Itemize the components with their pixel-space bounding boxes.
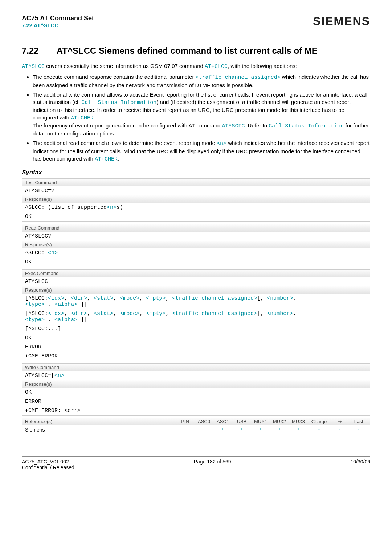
param-link[interactable]: <n> (54, 373, 64, 379)
syntax-heading: Syntax (22, 169, 370, 176)
param-link[interactable]: <stat> (94, 295, 113, 301)
param-link[interactable]: <number> (267, 311, 293, 317)
doc-title: AC75 AT Command Set (22, 15, 94, 22)
sep: , (87, 295, 94, 301)
sep: [, (257, 295, 267, 301)
intro-paragraph: AT^SLCC covers essentially the same info… (22, 62, 370, 70)
exec-command-block: Exec Command AT^SLCC Response(s) [^SLCC:… (22, 269, 370, 361)
param-link[interactable]: <traffic channel assigned> (172, 295, 257, 301)
footer-date: 10/30/06 (351, 459, 371, 470)
test-command-block: Test Command AT^SLCC=? Response(s) ^SLCC… (22, 178, 370, 222)
cmd-link[interactable]: AT^SLCC (22, 64, 45, 70)
param-link[interactable]: <idx> (48, 311, 64, 317)
section-title-text: AT^SLCC Siemens defined command to list … (57, 46, 318, 56)
bullet-item: The additional write command allows to a… (33, 91, 370, 138)
ref-link[interactable]: Call Status Information (81, 100, 156, 106)
bracket: ]]] (77, 317, 87, 323)
test-response-line: ^SLCC: (list of supported<n>s) (22, 203, 370, 212)
sep: [, (257, 311, 267, 317)
header-left: AC75 AT Command Set 7.22 AT^SLCC (22, 15, 94, 28)
reference-columns: PIN ASC0 ASC1 USB MUX1 MUX2 MUX3 Charge … (177, 418, 370, 425)
code: +CME ERROR: <err> (25, 408, 81, 414)
param-link[interactable]: <mpty> (146, 295, 166, 301)
col-pin: PIN (177, 419, 193, 424)
param-link[interactable]: <n> (107, 204, 117, 211)
param-link[interactable]: <alpha> (54, 301, 77, 308)
param-link[interactable]: <type> (25, 317, 45, 323)
code: ^SLCC: (25, 204, 48, 211)
code: ^SLCC: (28, 295, 48, 301)
code: OK (25, 389, 32, 396)
response-band: Response(s) (22, 241, 370, 248)
cmd-link[interactable]: AT+CMER (95, 156, 118, 162)
sep: [, (45, 301, 54, 308)
footer-left: AC75_ATC_V01.002 Confidential / Released (22, 459, 74, 470)
sep: , (113, 311, 120, 317)
param-link[interactable]: <mode> (120, 295, 139, 301)
param-link[interactable]: <traffic channel assigned> (196, 74, 281, 81)
param-link[interactable]: <dir> (71, 311, 87, 317)
section-number: 7.22 (22, 46, 54, 56)
col-asc0: ASC0 (196, 419, 212, 424)
footer-page-number: Page 182 of 569 (194, 459, 231, 470)
val: - (331, 426, 348, 433)
intro-text-1: covers essentially the same information … (45, 63, 205, 69)
val: - (350, 426, 367, 433)
reference-name: Siemens (22, 425, 177, 434)
exec-response-line-3: [^SLCC:...] (22, 324, 370, 333)
read-command-band: Read Command (22, 224, 370, 232)
param-link[interactable]: <dir> (71, 295, 87, 301)
reference-header-row: Reference(s) PIN ASC0 ASC1 USB MUX1 MUX2… (22, 418, 370, 425)
code: ERROR (25, 344, 41, 350)
param-link[interactable]: <traffic channel assigned> (172, 311, 257, 317)
col-mux3: MUX3 (290, 419, 307, 424)
test-command-band: Test Command (22, 179, 370, 186)
col-asc1: ASC1 (215, 419, 231, 424)
cmd-link[interactable]: AT+CMER (71, 115, 94, 121)
param-link[interactable]: <stat> (94, 311, 113, 317)
code: AT^SLCC? (25, 233, 51, 239)
sep: , (64, 295, 71, 301)
code: OK (25, 259, 32, 265)
ok-line: OK (22, 258, 370, 267)
code: AT^SLCC=? (25, 188, 54, 194)
exec-response-line-1: [^SLCC:<idx>, <dir>, <stat>, <mode>, <mp… (22, 294, 370, 309)
param-link[interactable]: <idx> (48, 295, 64, 301)
param-link[interactable]: <type> (25, 301, 45, 308)
val: + (215, 426, 231, 433)
param-link[interactable]: <mpty> (146, 311, 166, 317)
param-link[interactable]: <mode> (120, 311, 139, 317)
sep: , (166, 295, 172, 301)
bracket: [ (25, 295, 28, 301)
ref-link[interactable]: Call Status Information (269, 123, 344, 129)
sep: , (64, 311, 71, 317)
val: + (252, 426, 269, 433)
code: OK (25, 335, 32, 341)
references-label: Reference(s) (22, 418, 177, 425)
write-command-code: AT^SLCC=[<n>] (22, 371, 370, 380)
code: AT^SLCC=[ (25, 373, 54, 379)
error-line: ERROR (22, 397, 370, 406)
section-heading: 7.22 AT^SLCC Siemens defined command to … (22, 46, 370, 56)
bullet-item: The execute command response contains th… (33, 73, 370, 89)
param-link[interactable]: <n> (48, 250, 58, 256)
cmd-link[interactable]: AT^SCFG (222, 123, 245, 129)
code: ERROR (25, 398, 41, 405)
test-command-code: AT^SLCC=? (22, 186, 370, 195)
response-band: Response(s) (22, 286, 370, 294)
reference-values: + + + + + + + - - - (177, 425, 370, 434)
code: +CME ERROR (25, 353, 58, 359)
page-header: AC75 AT Command Set 7.22 AT^SLCC SIEMENS (22, 15, 370, 31)
code: ] (64, 373, 68, 379)
param-link[interactable]: <n> (217, 141, 226, 147)
footer-classification: Confidential / Released (22, 465, 74, 470)
cmd-link[interactable]: AT+CLCC (205, 64, 228, 70)
sep: , (293, 295, 296, 301)
code: AT^SLCC (25, 279, 48, 285)
param-link[interactable]: <alpha> (54, 317, 77, 323)
param-link[interactable]: <number> (267, 295, 293, 301)
cme-line: +CME ERROR (22, 352, 370, 361)
footer-version: AC75_ATC_V01.002 (22, 459, 74, 465)
text: The frequency of event report generation… (33, 122, 222, 129)
text: The additional read command allows to de… (33, 140, 217, 146)
